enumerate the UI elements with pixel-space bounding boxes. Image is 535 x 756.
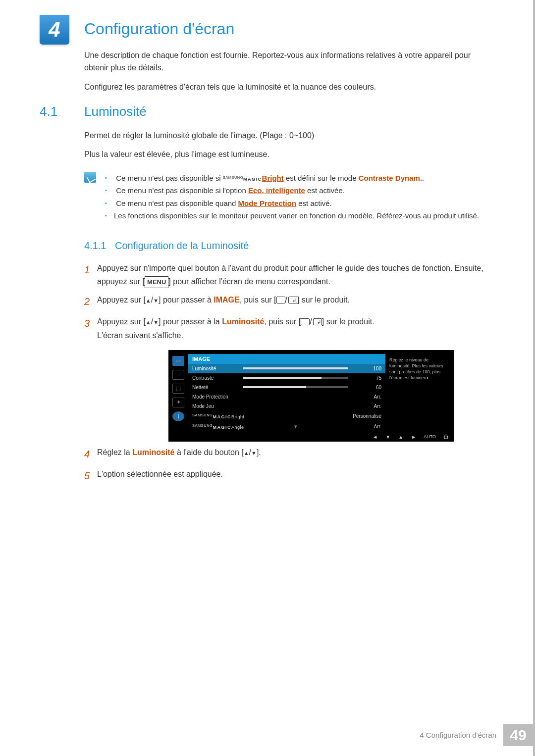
- osd-row-magic-bright: SAMSUNGMAGICBright Personnalisé: [188, 411, 385, 421]
- note-3-text-b: est activé.: [298, 199, 332, 207]
- step-2-text: Appuyez sur [/] pour passer à IMAGE, pui…: [97, 293, 493, 310]
- step-number-1: 1: [84, 261, 97, 288]
- note-list: Ce menu n'est pas disponible si SAMSUNGM…: [105, 172, 479, 222]
- osd-row-nettete: Netteté 60: [188, 383, 385, 392]
- note-item-3: Ce menu n'est pas disponible quand Mode …: [105, 197, 479, 210]
- osd-row-mode-protection: Mode Protection Arr.: [188, 392, 385, 402]
- note-item-4: Les fonctions disponibles sur le moniteu…: [105, 209, 479, 222]
- note-1-text-b: est défini sur le mode: [286, 174, 359, 182]
- select-enter-icon: /: [301, 315, 321, 328]
- chapter-title-block: Configuration d'écran: [84, 15, 234, 41]
- note-icon: [84, 172, 96, 183]
- contraste-dynam-text: Contraste Dynam.: [359, 174, 422, 182]
- osd-row-magic-angle: SAMSUNGMAGICAngle ▾ Arr.: [188, 421, 385, 432]
- note-1-text-a: Ce menu n'est pas disponible si: [116, 174, 223, 182]
- section-number: 4.1: [40, 104, 84, 119]
- note-2-text-b: est activée.: [307, 186, 345, 195]
- down-arrow-icon: [251, 448, 257, 456]
- samsung-magic-bright-inline: SAMSUNGMAGIC: [223, 177, 262, 182]
- step-1-text: Appuyez sur n'importe quel bouton à l'av…: [97, 261, 493, 288]
- menu-button-icon: MENU: [145, 276, 168, 288]
- note-item-1: Ce menu n'est pas disponible si SAMSUNGM…: [105, 172, 479, 185]
- osd-nav-right-icon: ►: [411, 434, 417, 440]
- intro-paragraph-1: Une description de chaque fonction est f…: [84, 50, 493, 74]
- osd-icon-image: ▭: [172, 356, 184, 366]
- page-footer: 4 Configuration d'écran 49: [413, 724, 533, 746]
- luminosite-highlight: Luminosité: [132, 448, 174, 456]
- osd-row-mode-jeu: Mode Jeu Arr.: [188, 402, 385, 411]
- down-arrow-icon: [153, 317, 159, 326]
- manual-page: 4 Configuration d'écran Une description …: [0, 0, 535, 756]
- section-title: Luminosité: [84, 104, 147, 119]
- up-arrow-icon: [146, 296, 151, 304]
- mode-protection-link: Mode Protection: [238, 199, 297, 207]
- step-4-text: Réglez la Luminosité à l'aide du bouton …: [97, 446, 493, 462]
- osd-auto-label: AUTO: [424, 434, 436, 439]
- step-number-2: 2: [84, 293, 97, 310]
- footer-breadcrumb: 4 Configuration d'écran: [413, 724, 503, 746]
- subsection-number: 4.1.1: [84, 240, 106, 251]
- note-2-text-a: Ce menu n'est pas disponible si l'option: [116, 186, 248, 195]
- step-number-5: 5: [84, 467, 97, 484]
- osd-icon-settings: ✦: [172, 398, 184, 407]
- osd-nav-down-icon: ▼: [385, 434, 391, 440]
- subsection-4-1-1-header: 4.1.1 Configuration de la Luminosité: [84, 240, 493, 252]
- chapter-number-badge: 4: [40, 15, 69, 45]
- osd-tip-panel: Réglez le niveau de luminosité. Plus les…: [385, 354, 450, 432]
- steps-list-continued: 4 Réglez la Luminosité à l'aide du bouto…: [84, 446, 493, 484]
- intro-paragraph-2: Configurez les paramètres d'écran tels q…: [84, 81, 493, 94]
- osd-header: IMAGE: [188, 354, 385, 364]
- osd-row-contraste: Contraste 75: [188, 373, 385, 383]
- osd-screenshot: ▭ ≡ ⬚ ✦ i IMAGE Luminosité 100 Contraste: [168, 350, 454, 442]
- chapter-title: Configuration d'écran: [84, 20, 234, 38]
- osd-icon-color: ≡: [172, 370, 184, 380]
- subsection-title: Configuration de la Luminosité: [115, 240, 249, 251]
- luminosite-highlight: Luminosité: [222, 317, 264, 326]
- chapter-header: 4 Configuration d'écran: [40, 15, 493, 45]
- section-4-1-header: 4.1 Luminosité: [40, 104, 493, 119]
- step-4: 4 Réglez la Luminosité à l'aide du bouto…: [84, 446, 493, 462]
- osd-nav-left-icon: ◄: [372, 434, 378, 440]
- step-1: 1 Appuyez sur n'importe quel bouton à l'…: [84, 261, 493, 288]
- step-3-text: Appuyez sur [/] pour passer à la Luminos…: [97, 315, 493, 342]
- step-number-3: 3: [84, 315, 97, 342]
- osd-power-icon: ⏻: [443, 434, 449, 440]
- osd-center-panel: IMAGE Luminosité 100 Contraste 75 Nettet…: [188, 354, 385, 432]
- osd-left-icons: ▭ ≡ ⬚ ✦ i: [172, 354, 188, 432]
- osd-icon-info: i: [172, 411, 184, 421]
- note-item-2: Ce menu n'est pas disponible si l'option…: [105, 184, 479, 197]
- up-arrow-icon: [146, 317, 151, 326]
- image-highlight: IMAGE: [214, 296, 239, 304]
- osd-icon-size: ⬚: [172, 384, 184, 394]
- osd-nav-up-icon: ▲: [398, 434, 404, 440]
- section-paragraph-1: Permet de régler la luminosité globale d…: [84, 129, 493, 142]
- step-5: 5 L'option sélectionnée est appliquée.: [84, 467, 493, 484]
- select-enter-icon: /: [276, 293, 297, 306]
- section-paragraph-2: Plus la valeur est élevée, plus l'image …: [84, 148, 493, 161]
- eco-intelligente-link: Eco. intelligente: [248, 186, 305, 195]
- osd-footer-controls: ◄ ▼ ▲ ► AUTO ⏻: [372, 434, 449, 440]
- step-2: 2 Appuyez sur [/] pour passer à IMAGE, p…: [84, 293, 493, 310]
- osd-row-luminosite: Luminosité 100: [188, 364, 385, 373]
- magic-bright-link: Bright: [262, 174, 284, 182]
- step-5-text: L'option sélectionnée est appliquée.: [97, 467, 493, 484]
- step-number-4: 4: [84, 446, 97, 462]
- down-arrow-icon: [153, 296, 159, 304]
- chapter-intro: Une description de chaque fonction est f…: [84, 50, 493, 93]
- steps-list: 1 Appuyez sur n'importe quel bouton à l'…: [84, 261, 493, 342]
- step-3: 3 Appuyez sur [/] pour passer à la Lumin…: [84, 315, 493, 342]
- note-block: Ce menu n'est pas disponible si SAMSUNGM…: [84, 172, 493, 222]
- up-arrow-icon: [244, 448, 249, 456]
- note-3-text-a: Ce menu n'est pas disponible quand: [116, 199, 238, 207]
- footer-page-number: 49: [503, 724, 533, 746]
